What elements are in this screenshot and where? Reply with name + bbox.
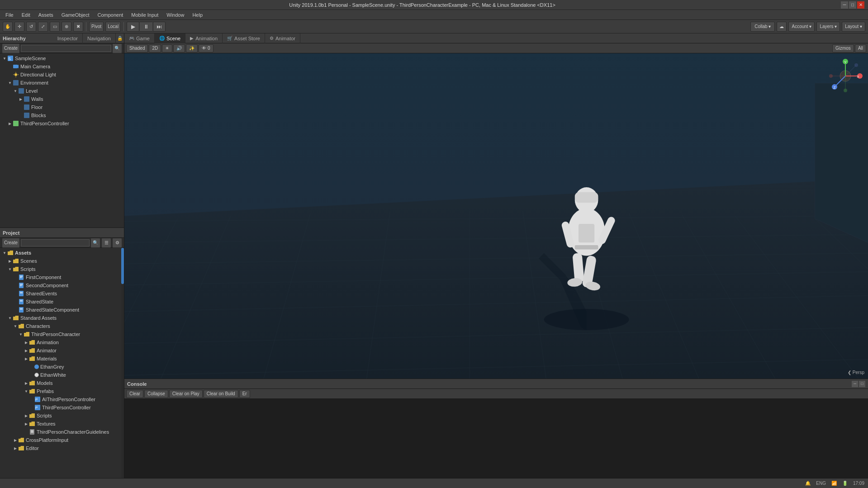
hierarchy-search-icon[interactable]: 🔍 <box>112 43 122 53</box>
transform-tool[interactable]: ⊕ <box>62 22 71 32</box>
tree-scripts-sub[interactable]: ▶ Scripts <box>0 412 124 420</box>
console-maximize[interactable]: □ <box>859 381 865 387</box>
tree-scenes[interactable]: ▶ Scenes <box>0 257 124 265</box>
layout-btn[interactable]: Layout ▾ <box>842 22 865 32</box>
tree-aithirdpersoncontroller[interactable]: P AIThirdPersonController <box>0 395 124 403</box>
tab-animator[interactable]: ⚙ Animator <box>265 33 300 43</box>
console-collapse-btn[interactable]: Collapse <box>144 390 168 398</box>
scene-view[interactable]: Shaded 2D ☀ 🔊 ✨ 👁 0 Gizmos All <box>124 43 868 379</box>
tree-thirdpersoncharacter[interactable]: ▼ ThirdPersonCharacter <box>0 330 124 338</box>
minimize-btn[interactable]: ─ <box>841 1 848 9</box>
persp-label[interactable]: ❮ Persp <box>848 370 864 375</box>
tree-crossplatforminput[interactable]: ▶ CrossPlatformInput <box>0 436 124 444</box>
console-error-pause-btn[interactable]: Er <box>239 390 250 398</box>
project-create-btn[interactable]: Create <box>2 238 20 248</box>
tab-asset-store[interactable]: 🛒 Asset Store <box>223 33 265 43</box>
custom-tool[interactable]: ✖ <box>73 22 83 32</box>
gizmos-btn[interactable]: Gizmos <box>832 44 854 52</box>
tree-prefabs-folder[interactable]: ▼ Prefabs <box>0 387 124 395</box>
hidden-objects-btn[interactable]: 👁 0 <box>199 44 213 52</box>
tree-ethanwhite[interactable]: EthanWhite <box>0 371 124 379</box>
audio-btn[interactable]: 🔊 <box>173 44 185 52</box>
tree-directional-light[interactable]: Directional Light <box>0 71 124 79</box>
tab-inspector[interactable]: Inspector <box>53 33 83 43</box>
cloud-btn[interactable]: ☁ <box>777 22 787 32</box>
search-all-btn[interactable]: All <box>855 44 866 52</box>
console-clear-on-play-btn[interactable]: Clear on Play <box>169 390 203 398</box>
tree-sharedstate[interactable]: SharedState <box>0 298 124 306</box>
tree-sharedevents[interactable]: SharedEvents <box>0 289 124 298</box>
scale-tool[interactable]: ⤢ <box>38 22 48 32</box>
panel-lock-icon[interactable]: 🔒 <box>116 33 124 43</box>
account-btn[interactable]: Account ▾ <box>788 22 815 32</box>
rotate-tool[interactable]: ↺ <box>26 22 36 32</box>
menu-mobile-input[interactable]: Mobile Input <box>128 11 162 19</box>
project-search-icon[interactable]: 🔍 <box>90 238 100 248</box>
collab-btn[interactable]: Collab ▾ <box>750 22 775 32</box>
project-view-toggle[interactable]: ☰ <box>101 238 111 248</box>
project-options-icon[interactable]: ⚙ <box>112 238 122 248</box>
rect-tool[interactable]: ▭ <box>50 22 60 32</box>
hand-tool[interactable]: ✋ <box>3 22 13 32</box>
svg-marker-35 <box>13 316 19 320</box>
tree-samplescene[interactable]: ▼ S SampleScene <box>0 54 124 62</box>
console-minimize[interactable]: ─ <box>852 381 858 387</box>
pivot-btn[interactable]: Pivot <box>89 22 104 32</box>
menu-gameobject[interactable]: GameObject <box>58 11 93 19</box>
tab-animation[interactable]: ▶ Animation <box>185 33 223 43</box>
tree-main-camera[interactable]: Main Camera <box>0 62 124 71</box>
tree-sharedstatecomponent[interactable]: SharedStateComponent <box>0 306 124 314</box>
tab-game[interactable]: 🎮 Game <box>124 33 155 43</box>
light-btn[interactable]: ☀ <box>162 44 172 52</box>
menu-file[interactable]: File <box>2 11 17 19</box>
tree-level[interactable]: ▼ Level <box>0 87 124 95</box>
scene-canvas[interactable]: X Y Z <box>124 53 868 379</box>
tree-editor[interactable]: ▶ Editor <box>0 444 124 452</box>
tree-guidelines[interactable]: ThirdPersonCharacterGuidelines <box>0 428 124 436</box>
tree-characters[interactable]: ▼ Characters <box>0 322 124 330</box>
local-btn[interactable]: Local <box>105 22 121 32</box>
menu-edit[interactable]: Edit <box>18 11 34 19</box>
tree-models-folder[interactable]: ▶ Models <box>0 379 124 387</box>
tree-animator-folder[interactable]: ▶ Animator <box>0 346 124 355</box>
arrow-secondcomponent <box>13 283 18 288</box>
tab-scene[interactable]: 🌐 Scene <box>155 33 185 43</box>
maximize-btn[interactable]: □ <box>849 1 856 9</box>
tree-walls[interactable]: ▶ Walls <box>0 95 124 103</box>
tree-standard-assets[interactable]: ▼ Standard Assets <box>0 314 124 322</box>
tree-thirdpersoncontroller-prefab[interactable]: P ThirdPersonController <box>0 403 124 412</box>
move-tool[interactable]: ✛ <box>14 22 24 32</box>
layers-btn[interactable]: Layers ▾ <box>816 22 840 32</box>
tree-secondcomponent[interactable]: SecondComponent <box>0 281 124 289</box>
play-btn[interactable]: ▶ <box>127 22 139 32</box>
console-content[interactable] <box>124 399 868 478</box>
tree-animation-folder[interactable]: ▶ Animation <box>0 338 124 346</box>
project-search[interactable] <box>21 239 90 246</box>
close-btn[interactable]: ✕ <box>857 1 864 9</box>
hierarchy-search[interactable] <box>21 45 111 52</box>
menu-assets[interactable]: Assets <box>35 11 57 19</box>
pause-btn[interactable]: ⏸ <box>140 22 152 32</box>
effects-btn[interactable]: ✨ <box>186 44 198 52</box>
tree-floor[interactable]: Floor <box>0 103 124 111</box>
mode-2d-btn[interactable]: 2D <box>149 44 161 52</box>
tree-environment[interactable]: ▼ Environment <box>0 79 124 87</box>
tree-materials-folder[interactable]: ▶ Materials <box>0 355 124 363</box>
menu-window[interactable]: Window <box>163 11 188 19</box>
hierarchy-create-btn[interactable]: Create <box>2 43 20 53</box>
tree-ethangrey[interactable]: EthanGrey <box>0 363 124 371</box>
console-clear-on-build-btn[interactable]: Clear on Build <box>204 390 238 398</box>
tree-blocks[interactable]: Blocks <box>0 111 124 119</box>
tree-scripts[interactable]: ▼ Scripts <box>0 265 124 273</box>
tree-thirdpersoncontroller[interactable]: ▶ ThirdPersonController <box>0 119 124 128</box>
tree-firstcomponent[interactable]: FirstComponent <box>0 273 124 281</box>
tree-assets[interactable]: ▼ Assets <box>0 249 124 257</box>
step-btn[interactable]: ⏭ <box>153 22 166 32</box>
tab-navigation[interactable]: Navigation <box>83 33 116 43</box>
tree-textures[interactable]: ▶ Textures <box>0 420 124 428</box>
gizmo-widget[interactable]: X Y Z <box>827 58 863 94</box>
menu-component[interactable]: Component <box>94 11 127 19</box>
menu-help[interactable]: Help <box>189 11 206 19</box>
console-clear-btn[interactable]: Clear <box>126 390 143 398</box>
shading-dropdown[interactable]: Shaded <box>126 44 148 52</box>
